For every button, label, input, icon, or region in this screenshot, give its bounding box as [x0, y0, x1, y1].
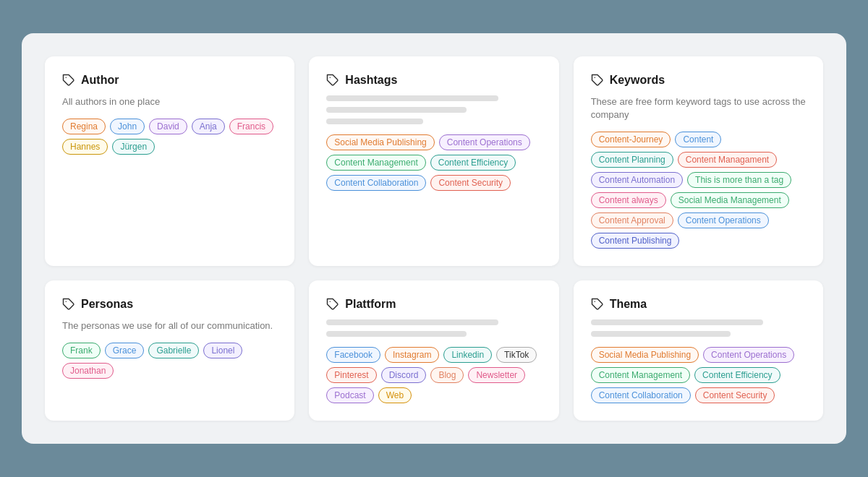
skeleton-thema	[591, 319, 806, 337]
cards-grid: AuthorAll authors in one placeReginaJohn…	[45, 56, 823, 421]
tag-item[interactable]: John	[110, 119, 145, 134]
tag-item[interactable]: This is more than a tag	[687, 172, 791, 188]
tag-item[interactable]: Content Security	[430, 175, 511, 191]
tag-item[interactable]: Content-Journey	[591, 132, 671, 147]
tag-item[interactable]: Content always	[591, 192, 666, 208]
skeleton-line	[326, 107, 466, 113]
card-title-keywords: Keywords	[610, 74, 665, 87]
tag-item[interactable]: Newsletter	[468, 367, 525, 383]
tag-item[interactable]: Content Operations	[678, 212, 769, 228]
card-title-hashtags: Hashtags	[345, 74, 397, 87]
tag-item[interactable]: Linkedin	[443, 347, 492, 363]
tag-item[interactable]: Content Operations	[703, 347, 794, 363]
tag-item[interactable]: Social Media Management	[671, 192, 789, 208]
tag-item[interactable]: Facebook	[326, 347, 380, 363]
skeleton-line	[326, 119, 423, 124]
card-desc-keywords: These are free form keyword tags to use …	[591, 95, 806, 121]
tags-container-thema: Social Media PublishingContent Operation…	[591, 347, 806, 403]
card-header-keywords: Keywords	[591, 74, 806, 87]
tag-item[interactable]: Content Approval	[591, 212, 673, 228]
card-thema: ThemaSocial Media PublishingContent Oper…	[574, 280, 823, 421]
tag-item[interactable]: Discord	[381, 367, 427, 383]
tag-item[interactable]: Jürgen	[112, 139, 155, 155]
tag-item[interactable]: Social Media Publishing	[591, 347, 699, 363]
card-header-hashtags: Hashtags	[326, 74, 541, 87]
tag-item[interactable]: Content Management	[591, 367, 690, 383]
tag-item[interactable]: Frank	[62, 343, 101, 358]
tag-item[interactable]: Content Security	[695, 387, 775, 403]
skeleton-line	[591, 331, 731, 337]
main-container: AuthorAll authors in one placeReginaJohn…	[22, 33, 846, 444]
skeleton-line	[326, 331, 466, 337]
tag-item[interactable]: Content Planning	[591, 152, 673, 168]
skeleton-line	[591, 319, 763, 325]
card-title-thema: Thema	[610, 298, 647, 311]
card-header-thema: Thema	[591, 298, 806, 311]
card-keywords: KeywordsThese are free form keyword tags…	[574, 56, 823, 266]
tag-item[interactable]: Content Efficiency	[430, 155, 516, 171]
tag-item[interactable]: Social Media Publishing	[326, 134, 434, 150]
tag-item[interactable]: Jonathan	[62, 363, 114, 379]
tag-item[interactable]: Content Managament	[678, 152, 777, 168]
card-plattform: PlattformFacebookInstagramLinkedinTikTok…	[309, 280, 558, 421]
tag-item[interactable]: Content Management	[326, 155, 425, 171]
tag-item[interactable]: Francis	[229, 119, 273, 134]
tag-item[interactable]: Content Efficiency	[694, 367, 780, 383]
tag-item[interactable]: Content Operations	[439, 134, 530, 150]
card-desc-personas: The personas we use for all of our commu…	[62, 319, 277, 332]
skeleton-plattform	[326, 319, 541, 337]
card-hashtags: HashtagsSocial Media PublishingContent O…	[309, 56, 558, 266]
tag-item[interactable]: Content Publishing	[591, 233, 680, 249]
tag-item[interactable]: Grace	[105, 343, 145, 358]
tags-container-keywords: Content-JourneyContentContent PlanningCo…	[591, 132, 806, 249]
tag-item[interactable]: Regina	[62, 119, 106, 134]
tag-item[interactable]: Content Collaboration	[326, 175, 426, 191]
card-personas: PersonasThe personas we use for all of o…	[45, 280, 294, 421]
tag-item[interactable]: Web	[378, 387, 412, 403]
tag-item[interactable]: Blog	[430, 367, 464, 383]
tag-item[interactable]: Instagram	[385, 347, 439, 363]
card-header-plattform: Plattform	[326, 298, 541, 311]
card-title-author: Author	[81, 74, 119, 87]
card-desc-author: All authors in one place	[62, 95, 277, 108]
tag-item[interactable]: TikTok	[496, 347, 537, 363]
tag-item[interactable]: Pinterest	[326, 367, 376, 383]
tag-item[interactable]: Podcast	[326, 387, 373, 403]
tag-item[interactable]: Anja	[192, 119, 225, 134]
skeleton-line	[326, 95, 498, 101]
tag-item[interactable]: Gabrielle	[148, 343, 199, 358]
card-author: AuthorAll authors in one placeReginaJohn…	[45, 56, 294, 266]
card-header-personas: Personas	[62, 298, 277, 311]
tag-item[interactable]: Content Automation	[591, 172, 683, 188]
tags-container-personas: FrankGraceGabrielleLionelJonathan	[62, 343, 277, 379]
tag-item[interactable]: Lionel	[203, 343, 242, 358]
card-title-personas: Personas	[81, 298, 133, 311]
tag-item[interactable]: Hannes	[62, 139, 108, 155]
tags-container-hashtags: Social Media PublishingContent Operation…	[326, 134, 541, 191]
tags-container-author: ReginaJohnDavidAnjaFrancisHannesJürgen	[62, 119, 277, 155]
skeleton-line	[326, 319, 498, 325]
tag-item[interactable]: David	[149, 119, 187, 134]
tags-container-plattform: FacebookInstagramLinkedinTikTokPinterest…	[326, 347, 541, 403]
card-header-author: Author	[62, 74, 277, 87]
tag-item[interactable]: Content	[675, 132, 721, 147]
tag-item[interactable]: Content Collaboration	[591, 387, 691, 403]
card-title-plattform: Plattform	[345, 298, 396, 311]
skeleton-hashtags	[326, 95, 541, 124]
